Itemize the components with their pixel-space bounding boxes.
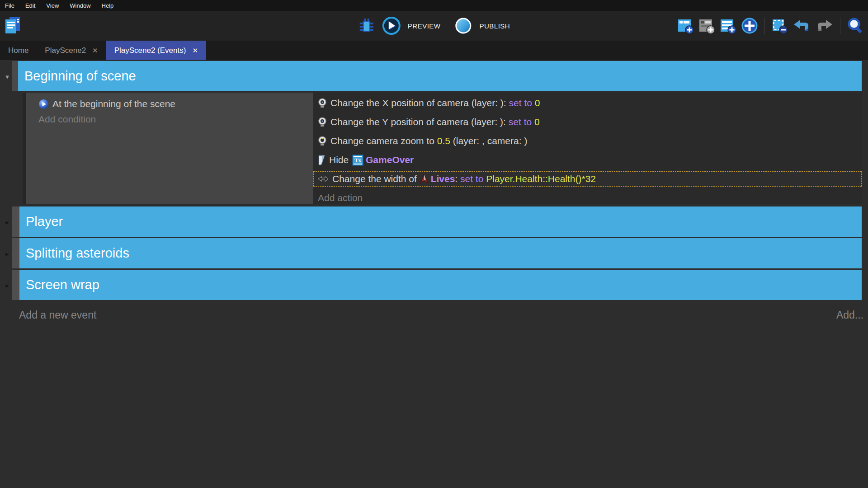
menu-edit[interactable]: Edit [20, 2, 41, 9]
event-group-splitting-asteroids[interactable]: Splitting asteroids [19, 238, 862, 268]
scene-start-orb-icon [38, 99, 49, 109]
group-drag-handle[interactable] [12, 206, 19, 237]
event-indent-strip [23, 93, 26, 204]
group-title: Beginning of scene [24, 69, 136, 84]
menu-bar: File Edit View Window Help [0, 0, 868, 11]
action-value: 0 [532, 117, 540, 127]
condition-text: At the beginning of the scene [52, 99, 175, 109]
events-sheet: ▾ Beginning of scene At the beginning of… [0, 60, 868, 488]
add-new-event-link[interactable]: Add a new event [19, 309, 96, 321]
add-action-link[interactable]: Add action [313, 192, 862, 203]
action-row[interactable]: Hide Tx GameOver [313, 152, 862, 168]
debug-icon[interactable] [358, 17, 375, 35]
hide-wedge-icon [318, 155, 326, 166]
action-text: (layer: , camera: ) [450, 136, 527, 146]
action-text: Change the Y position of camera (layer: … [330, 117, 509, 127]
text-object-icon: Tx [352, 155, 363, 166]
action-row[interactable]: Change the Y position of camera (layer: … [313, 114, 862, 130]
group-drag-handle[interactable] [12, 238, 19, 268]
action-operator: set to [509, 98, 532, 108]
gdevelop-logo [4, 16, 22, 38]
action-text: Change the X position of camera (layer: … [330, 98, 509, 108]
undo-icon[interactable] [792, 17, 811, 34]
action-object-name: Lives [431, 174, 455, 184]
menu-window[interactable]: Window [64, 2, 96, 9]
condition-row[interactable]: At the beginning of the scene [38, 96, 313, 112]
action-expression: Player.Health::Health()*32 [483, 174, 596, 184]
conditions-panel[interactable]: At the beginning of the scene Add condit… [26, 93, 313, 204]
add-event-icon[interactable] [677, 17, 694, 34]
camera-icon [318, 117, 327, 127]
tab-label: Home [8, 46, 28, 55]
action-text: Change the width of [332, 174, 420, 184]
main-toolbar: PREVIEW PUBLISH [0, 11, 868, 41]
action-value: 0 [532, 98, 540, 108]
redo-icon[interactable] [815, 17, 834, 34]
publish-button[interactable]: PUBLISH [479, 22, 510, 30]
action-row-selected[interactable]: Change the width of Lives : set to Playe… [313, 171, 862, 187]
camera-icon [318, 98, 327, 108]
add-circle-icon[interactable] [741, 17, 759, 35]
width-arrow-icon [318, 174, 329, 183]
events-footer: Add a new event Add... [19, 309, 863, 321]
menu-file[interactable]: File [3, 2, 20, 9]
add-condition-link[interactable]: Add condition [38, 114, 313, 125]
group-drag-handle[interactable] [12, 270, 19, 300]
toolbar-separator [840, 18, 840, 34]
menu-view[interactable]: View [41, 2, 64, 9]
chevron-right-icon[interactable]: ▸ [3, 250, 12, 258]
text-object-label: Tx [354, 157, 362, 164]
publish-sphere-icon[interactable] [453, 16, 472, 35]
search-icon[interactable] [846, 16, 865, 35]
close-icon[interactable]: ✕ [192, 47, 198, 55]
preview-play-icon[interactable] [382, 16, 401, 35]
group-title: Splitting asteroids [26, 246, 129, 261]
tab-label: PlayScene2 [45, 46, 86, 55]
tab-home[interactable]: Home [0, 41, 37, 60]
lives-object-icon [420, 174, 429, 184]
tab-playscene2-events[interactable]: PlayScene2 (Events) ✕ [106, 41, 206, 60]
action-text: Hide [329, 155, 351, 165]
chevron-right-icon[interactable]: ▸ [3, 282, 12, 290]
tab-bar: Home PlayScene2 ✕ PlayScene2 (Events) ✕ [0, 41, 868, 60]
action-operator: set to [460, 174, 483, 184]
chevron-right-icon[interactable]: ▸ [3, 218, 12, 226]
action-text: Change camera zoom to [330, 136, 437, 146]
event-group-screen-wrap[interactable]: Screen wrap [19, 270, 862, 300]
toolbar-right [677, 11, 865, 41]
chevron-down-icon[interactable]: ▾ [3, 73, 12, 81]
actions-panel[interactable]: Change the X position of camera (layer: … [313, 93, 862, 204]
action-row[interactable]: Change camera zoom to 0.5 (layer: , came… [313, 133, 862, 149]
add-subevent-icon[interactable] [698, 17, 715, 34]
group-title: Screen wrap [26, 277, 99, 292]
action-object-name: GameOver [366, 155, 414, 165]
tab-label: PlayScene2 (Events) [114, 46, 186, 55]
action-text: : [455, 174, 460, 184]
add-more-link[interactable]: Add... [836, 309, 863, 321]
action-value: 0.5 [437, 136, 450, 146]
event-group-player[interactable]: Player [19, 206, 862, 237]
group-drag-handle[interactable] [12, 61, 18, 91]
delete-event-icon[interactable] [771, 17, 788, 34]
toolbar-center: PREVIEW PUBLISH [358, 11, 510, 41]
event-group-header[interactable]: Beginning of scene [18, 61, 862, 91]
toolbar-separator [764, 18, 765, 34]
add-comment-icon[interactable] [719, 17, 736, 34]
action-operator: set to [509, 117, 532, 127]
group-title: Player [26, 214, 63, 229]
menu-help[interactable]: Help [96, 2, 119, 9]
close-icon[interactable]: ✕ [92, 47, 98, 55]
preview-button[interactable]: PREVIEW [408, 22, 441, 30]
camera-icon [318, 136, 327, 146]
action-row[interactable]: Change the X position of camera (layer: … [313, 95, 862, 111]
tab-playscene2[interactable]: PlayScene2 ✕ [37, 41, 106, 60]
